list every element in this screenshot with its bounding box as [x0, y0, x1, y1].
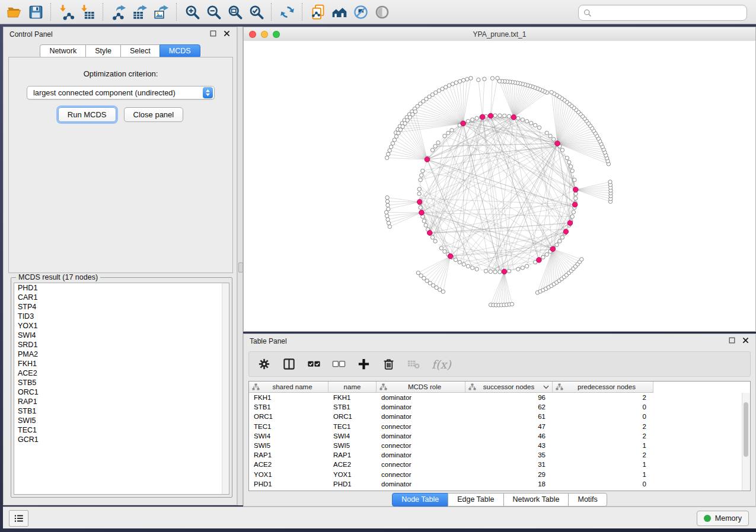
mcds-result-item[interactable]: SRD1: [14, 340, 229, 350]
table-row[interactable]: RAP1RAP1dominator352: [249, 450, 750, 460]
vertical-splitter[interactable]: [237, 27, 243, 505]
table-row[interactable]: STB1STB1dominator620: [249, 402, 750, 412]
tab-style[interactable]: Style: [85, 44, 121, 58]
tab-node-table[interactable]: Node Table: [392, 493, 448, 507]
tab-mcds[interactable]: MCDS: [160, 44, 200, 58]
table-row[interactable]: FKH1FKH1dominator962: [249, 393, 750, 402]
network-canvas[interactable]: [244, 41, 755, 331]
table-settings-button[interactable]: [257, 357, 271, 371]
mcds-result-item[interactable]: PHD1: [14, 283, 229, 293]
mcds-result-item[interactable]: STP4: [14, 302, 229, 312]
tree-icon: [468, 383, 476, 390]
cell-successor-nodes: 46: [465, 432, 553, 440]
cell-successor-nodes: 18: [465, 480, 553, 488]
memory-status-icon: [704, 515, 711, 522]
toolbar-separator: [302, 3, 303, 21]
export-table-button[interactable]: [129, 2, 151, 22]
control-panel: Control Panel NetworkStyleSelectMCDS Opt…: [3, 27, 237, 505]
cell-shared-name: TEC1: [249, 423, 328, 430]
open-file-button[interactable]: [4, 2, 25, 22]
tab-edge-table[interactable]: Edge Table: [448, 493, 503, 507]
refresh-button[interactable]: [276, 2, 298, 22]
splitter-grip[interactable]: [238, 262, 243, 273]
table-row[interactable]: ORC1ORC1dominator610: [249, 412, 750, 421]
show-details-button[interactable]: [371, 2, 393, 22]
split-columns-icon: [282, 357, 296, 371]
export-network-button[interactable]: [108, 2, 129, 22]
memory-button[interactable]: Memory: [697, 511, 749, 526]
hide-details-button[interactable]: [350, 2, 371, 22]
close-panel-button[interactable]: Close panel: [124, 107, 184, 122]
table-row[interactable]: TEC1TEC1connector472: [249, 422, 750, 431]
save-session-button[interactable]: [25, 2, 46, 22]
network-graph[interactable]: [244, 41, 755, 331]
first-neighbors-button[interactable]: [328, 2, 350, 22]
column-header-MCDS-role[interactable]: MCDS role: [377, 382, 465, 393]
column-header-predecessor-nodes[interactable]: predecessor nodes: [553, 382, 653, 393]
tab-motifs[interactable]: Motifs: [568, 493, 607, 507]
control-panel-tabs: NetworkStyleSelectMCDS: [4, 44, 237, 58]
mcds-result-item[interactable]: PMA2: [14, 350, 229, 359]
cell-predecessor-nodes: 1: [553, 471, 653, 478]
delete-column-button[interactable]: [382, 357, 395, 371]
import-table-button[interactable]: [77, 2, 98, 22]
mcds-result-item[interactable]: TEC1: [14, 425, 229, 435]
label-slash-icon: [353, 4, 369, 20]
column-header-name[interactable]: name: [328, 382, 377, 393]
close-panel-icon[interactable]: [223, 29, 231, 40]
table-row[interactable]: SWI4SWI4dominator462: [249, 431, 750, 441]
zoom-in-button[interactable]: [181, 2, 203, 22]
mcds-result-item[interactable]: ORC1: [14, 387, 229, 397]
zoom-fit-button[interactable]: [224, 2, 245, 22]
zoom-selected-button[interactable]: [245, 2, 267, 22]
search-field[interactable]: [578, 5, 747, 21]
task-history-button[interactable]: [9, 510, 28, 527]
houses-icon: [331, 4, 347, 20]
cell-predecessor-nodes: 0: [553, 403, 653, 411]
toolbar-separator: [271, 3, 272, 21]
show-columns-button[interactable]: [282, 357, 296, 371]
table-scrollbar[interactable]: [742, 393, 750, 491]
trash-icon: [382, 357, 395, 371]
tab-select[interactable]: Select: [120, 44, 160, 58]
close-panel-icon[interactable]: [742, 336, 749, 347]
mcds-result-list[interactable]: PHD1CAR1STP4TID3YOX1SWI4SRD1PMA2FKH1ACE2…: [14, 283, 229, 495]
column-header-shared-name[interactable]: shared name: [249, 382, 328, 393]
mcds-result-item[interactable]: GCR1: [14, 435, 229, 444]
mcds-result-item[interactable]: SWI5: [14, 416, 229, 425]
toolbar-separator: [103, 3, 104, 21]
mcds-result-item[interactable]: YOX1: [14, 321, 229, 331]
cell-shared-name: SWI5: [249, 442, 328, 449]
optimization-criterion-select[interactable]: largest connected component (undirected): [27, 86, 215, 100]
create-column-button[interactable]: [357, 357, 371, 371]
table-row[interactable]: SWI5SWI5connector431: [249, 441, 750, 450]
cell-MCDS-role: connector: [377, 423, 465, 430]
import-network-button[interactable]: [56, 2, 77, 22]
network-document-button[interactable]: [307, 2, 328, 22]
result-list-scrollbar[interactable]: [222, 283, 229, 494]
tab-network[interactable]: Network: [40, 44, 86, 58]
table-row[interactable]: ACE2ACE2connector311: [249, 460, 750, 469]
mcds-result-item[interactable]: SWI4: [14, 331, 229, 340]
export-image-button[interactable]: [151, 2, 172, 22]
mcds-result-item[interactable]: FKH1: [14, 359, 229, 368]
mcds-result-item[interactable]: STB5: [14, 378, 229, 387]
mcds-result-item[interactable]: CAR1: [14, 293, 229, 302]
table-row[interactable]: YOX1YOX1connector291: [249, 470, 750, 479]
mcds-result-item[interactable]: RAP1: [14, 397, 229, 406]
unselect-all-columns-button[interactable]: [332, 357, 346, 371]
tab-network-table[interactable]: Network Table: [503, 493, 569, 507]
mcds-result-item[interactable]: STB1: [14, 406, 229, 416]
mcds-result-item[interactable]: ACE2: [14, 368, 229, 378]
mcds-result-item[interactable]: TID3: [14, 312, 229, 321]
column-header-successor-nodes[interactable]: successor nodes: [465, 382, 553, 393]
zoom-out-button[interactable]: [203, 2, 224, 22]
run-mcds-button[interactable]: Run MCDS: [58, 107, 116, 122]
cell-predecessor-nodes: 1: [553, 461, 653, 468]
search-input[interactable]: [594, 7, 747, 19]
float-panel-icon[interactable]: [728, 336, 736, 347]
scrollbar-thumb[interactable]: [744, 402, 748, 457]
select-all-columns-button[interactable]: [307, 357, 321, 371]
table-row[interactable]: PHD1PHD1dominator180: [249, 479, 750, 489]
float-panel-icon[interactable]: [209, 29, 217, 40]
